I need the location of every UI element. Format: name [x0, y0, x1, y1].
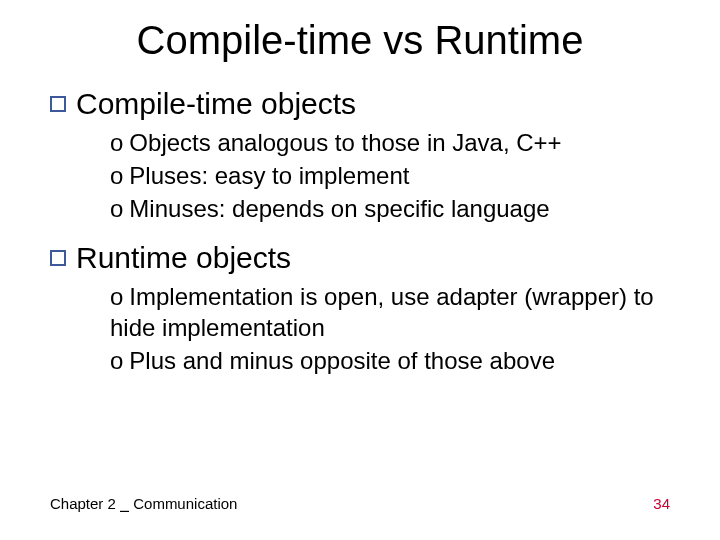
list-item-text: Implementation is open, use adapter (wra…: [110, 283, 654, 341]
circle-bullet-icon: o: [110, 195, 123, 222]
section-runtime: Runtime objects oImplementation is open,…: [50, 241, 670, 377]
section-heading-text: Runtime objects: [76, 241, 291, 275]
circle-bullet-icon: o: [110, 283, 123, 310]
section-heading-text: Compile-time objects: [76, 87, 356, 121]
slide-footer: Chapter 2 ⎯ Communication 34: [50, 495, 670, 512]
square-bullet-icon: [50, 96, 66, 112]
circle-bullet-icon: o: [110, 162, 123, 189]
page-number: 34: [653, 495, 670, 512]
circle-bullet-icon: o: [110, 347, 123, 374]
square-bullet-icon: [50, 250, 66, 266]
list-item: oPluses: easy to implement: [110, 160, 670, 191]
list-item: oMinuses: depends on specific language: [110, 193, 670, 224]
circle-bullet-icon: o: [110, 129, 123, 156]
section-heading: Compile-time objects: [50, 87, 670, 121]
list-item: oObjects analogous to those in Java, C++: [110, 127, 670, 158]
section-compile-time: Compile-time objects oObjects analogous …: [50, 87, 670, 225]
slide-title: Compile-time vs Runtime: [50, 18, 670, 63]
list-item: oPlus and minus opposite of those above: [110, 345, 670, 376]
list-item-text: Objects analogous to those in Java, C++: [129, 129, 561, 156]
list-item-text: Pluses: easy to implement: [129, 162, 409, 189]
sub-list: oImplementation is open, use adapter (wr…: [50, 281, 670, 377]
sub-list: oObjects analogous to those in Java, C++…: [50, 127, 670, 225]
list-item-text: Plus and minus opposite of those above: [129, 347, 555, 374]
list-item: oImplementation is open, use adapter (wr…: [110, 281, 670, 343]
section-heading: Runtime objects: [50, 241, 670, 275]
list-item-text: Minuses: depends on specific language: [129, 195, 549, 222]
footer-chapter: Chapter 2 ⎯ Communication: [50, 495, 237, 512]
